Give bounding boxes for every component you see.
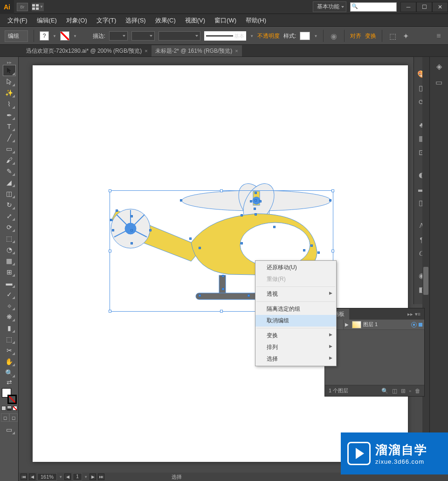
opacity-link[interactable]: 不透明度: [257, 32, 280, 40]
document-tab[interactable]: 迅信欢迎页-720x1280.ai* @ 200% (RGB/预览) ×: [22, 45, 152, 56]
document-tab[interactable]: 未标题-2* @ 161% (RGB/预览) ×: [152, 45, 242, 56]
tools-grip[interactable]: ▸▸: [0, 60, 18, 64]
workspace-switcher[interactable]: 基本功能: [313, 1, 346, 12]
stroke-width-profile-dropdown[interactable]: [159, 31, 200, 41]
panel-collapse-icon[interactable]: ▸▸: [407, 311, 413, 317]
bridge-badge[interactable]: Br: [17, 3, 28, 11]
menu-help[interactable]: 帮助(H): [242, 14, 270, 27]
close-button[interactable]: ✕: [432, 2, 448, 12]
cm-isolate[interactable]: 隔离选定的组: [255, 303, 336, 315]
layer-target-icon[interactable]: [411, 322, 417, 328]
vertical-scrollbar[interactable]: [422, 57, 429, 473]
layer-expand-icon[interactable]: ▶: [344, 322, 350, 327]
status-nav-first[interactable]: ⏮: [21, 474, 27, 480]
stroke-box[interactable]: [7, 395, 17, 404]
zoom-tool[interactable]: 🔍: [3, 368, 15, 378]
toggle-fill-stroke[interactable]: ⇄: [3, 379, 15, 385]
fill-stroke-indicator[interactable]: [2, 388, 17, 404]
artboards-panel-icon[interactable]: ▭: [434, 77, 445, 88]
menu-type[interactable]: 文字(T): [93, 14, 120, 27]
menu-object[interactable]: 对象(O): [62, 14, 91, 27]
blend-tool[interactable]: ⟐: [3, 300, 15, 311]
panel-menu-icon[interactable]: ≡: [434, 31, 443, 41]
line-tool[interactable]: ╱: [3, 132, 15, 143]
zoom-level[interactable]: 161%: [37, 473, 57, 481]
menu-edit[interactable]: 编辑(E): [33, 14, 61, 27]
artboard-tool[interactable]: ⬚: [3, 334, 15, 344]
mesh-tool[interactable]: ⊞: [3, 267, 15, 277]
layers-panel-icon[interactable]: ◈: [434, 61, 445, 72]
recolor-icon[interactable]: ◉: [329, 31, 338, 41]
selection-type-label[interactable]: 编组: [5, 30, 28, 42]
status-nav-prev[interactable]: ◀: [29, 474, 35, 480]
sel-handle-s[interactable]: [220, 310, 223, 313]
draw-mode-normal[interactable]: ◻: [1, 413, 9, 422]
eyedropper-tool[interactable]: ✓: [3, 289, 15, 300]
column-graph-tool[interactable]: ▮: [3, 323, 15, 333]
artboard-number[interactable]: 1: [73, 473, 82, 481]
rotate-tool[interactable]: ↻: [3, 200, 15, 210]
color-mode-none[interactable]: [13, 406, 17, 411]
sel-handle-ne[interactable]: [331, 189, 334, 192]
scrollbar-thumb[interactable]: [423, 267, 428, 295]
stroke-weight-dropdown[interactable]: [109, 31, 128, 41]
sel-handle-sw[interactable]: [109, 310, 111, 313]
free-transform-tool[interactable]: ⬚: [3, 233, 15, 244]
isolate-icon[interactable]: ⬚: [388, 31, 397, 41]
width-tool[interactable]: ⟳: [3, 222, 15, 232]
layer-row[interactable]: 👁 ▶ 图层 1: [325, 320, 424, 330]
tab-close-icon[interactable]: ×: [235, 48, 238, 54]
blob-brush-tool[interactable]: ◢: [3, 177, 15, 188]
no-fill-icon[interactable]: [60, 31, 69, 41]
menu-effect[interactable]: 效果(C): [152, 14, 179, 27]
brush-definition-dropdown[interactable]: 基本: [204, 31, 246, 41]
transform-link[interactable]: 变换: [365, 32, 376, 40]
panel-menu-icon[interactable]: ▾≡: [415, 311, 420, 317]
edit-clip-icon[interactable]: ✦: [401, 31, 410, 41]
slice-tool[interactable]: ✂: [3, 345, 15, 356]
lasso-tool[interactable]: ⌇: [3, 99, 15, 109]
locate-object-icon[interactable]: 🔍: [381, 388, 388, 394]
shape-builder-tool[interactable]: ◔: [3, 244, 15, 255]
sel-handle-w[interactable]: [109, 250, 111, 252]
cm-select[interactable]: 选择: [255, 353, 336, 365]
direct-selection-tool[interactable]: [3, 77, 15, 87]
symbol-sprayer-tool[interactable]: ❋: [3, 312, 15, 322]
cm-transform[interactable]: 变换: [255, 330, 336, 342]
sel-handle-n[interactable]: [220, 189, 223, 192]
status-artboard-nav-prev[interactable]: ◀: [64, 474, 71, 480]
magic-wand-tool[interactable]: ✨: [3, 88, 15, 98]
rectangle-tool[interactable]: ▭: [3, 144, 15, 154]
cm-arrange[interactable]: 排列: [255, 342, 336, 353]
maximize-button[interactable]: ☐: [416, 2, 432, 12]
color-mode-solid[interactable]: [1, 406, 6, 411]
scale-tool[interactable]: ⤢: [3, 211, 15, 221]
cm-ungroup[interactable]: 取消编组: [255, 315, 336, 327]
status-artboard-nav-last[interactable]: ⏭: [98, 474, 104, 480]
layer-name[interactable]: 图层 1: [363, 321, 411, 328]
screen-mode-button[interactable]: ▭: [3, 425, 15, 435]
sel-handle-e[interactable]: [331, 250, 334, 252]
create-sublayer-icon[interactable]: ⊞: [401, 388, 406, 394]
eraser-tool[interactable]: ◫: [3, 188, 15, 199]
draw-mode-behind[interactable]: ◻: [9, 413, 18, 422]
pen-tool[interactable]: ✒: [3, 110, 15, 120]
hand-tool[interactable]: ✋: [3, 356, 15, 367]
style-swatch[interactable]: [300, 32, 310, 40]
status-artboard-nav-next[interactable]: ▶: [90, 474, 96, 480]
new-layer-icon[interactable]: ▫: [409, 388, 411, 394]
minimize-button[interactable]: ─: [400, 2, 416, 12]
delete-layer-icon[interactable]: 🗑: [415, 388, 420, 394]
perspective-grid-tool[interactable]: ▦: [3, 256, 15, 266]
menu-window[interactable]: 窗口(W): [211, 14, 240, 27]
cm-perspective[interactable]: 透视: [255, 288, 336, 300]
selection-tool[interactable]: [3, 65, 15, 76]
search-input[interactable]: [350, 2, 397, 12]
menu-file[interactable]: 文件(F): [4, 14, 31, 27]
color-mode-gradient[interactable]: [7, 406, 12, 411]
cm-undo[interactable]: 还原移动(U): [255, 262, 336, 273]
make-clipping-mask-icon[interactable]: ◫: [392, 388, 397, 394]
stroke-profile-dropdown[interactable]: [131, 31, 155, 41]
menu-view[interactable]: 视图(V): [181, 14, 209, 27]
canvas-viewport[interactable]: ◂◂ 🎨 ◨ ⟳ ♣ ▦ ⊡ ◐ ▬ ◫ A ¶ O ◉ ◧: [19, 57, 429, 481]
